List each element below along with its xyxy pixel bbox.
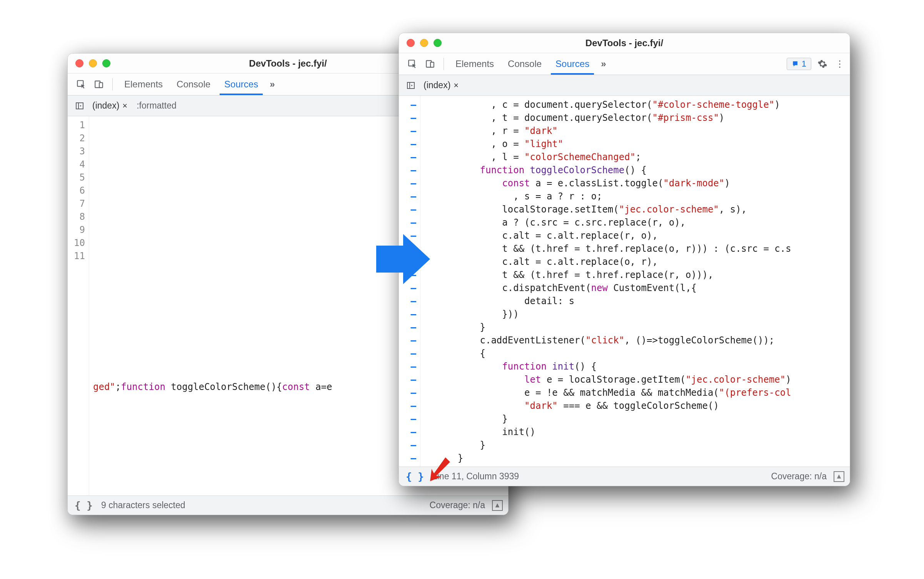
status-bar: { } Line 11, Column 3939 Coverage: n/a ▲	[399, 467, 850, 486]
coverage-status: Coverage: n/a	[430, 500, 485, 510]
show-navigator-icon[interactable]	[404, 79, 417, 92]
svg-marker-9	[430, 457, 450, 481]
code-line[interactable]: c.alt = c.alt.replace(r, o),	[424, 229, 850, 242]
more-tabs-button[interactable]: »	[599, 59, 607, 69]
tab-sources[interactable]: Sources	[220, 74, 263, 95]
kebab-menu-icon[interactable]: ⋮	[834, 57, 847, 70]
code-line[interactable]: , o = "light"	[424, 137, 850, 151]
fold-dash: –	[399, 151, 416, 164]
line-number: 6	[68, 184, 85, 197]
settings-gear-icon[interactable]	[816, 57, 829, 70]
show-drawer-button[interactable]: ▲	[492, 500, 503, 511]
svg-rect-7	[407, 82, 414, 89]
code-line[interactable]: const a = e.classList.toggle("dark-mode"…	[424, 177, 850, 190]
line-number: 4	[68, 158, 85, 171]
fold-dash: –	[399, 321, 416, 334]
more-tabs-button[interactable]: »	[267, 79, 276, 90]
fold-dash: –	[399, 412, 416, 425]
fold-dash: –	[399, 111, 416, 124]
tab-console[interactable]: Console	[503, 53, 546, 75]
tab-console[interactable]: Console	[172, 74, 215, 95]
fold-dash: –	[399, 334, 416, 347]
file-tab-label: (index)	[92, 100, 119, 111]
zoom-window-button[interactable]	[434, 39, 442, 47]
file-tab-index[interactable]: (index) ×	[90, 100, 130, 111]
code-line[interactable]: localStorage.setItem("jec.color-scheme",…	[424, 203, 850, 216]
code-area[interactable]: , c = document.querySelector("#color-sch…	[420, 96, 850, 467]
line-number: 5	[68, 171, 85, 184]
tab-elements[interactable]: Elements	[451, 53, 499, 75]
separator	[112, 78, 113, 90]
svg-rect-6	[430, 62, 434, 67]
code-line[interactable]: e = !e && matchMedia && matchMedia("(pre…	[424, 386, 850, 399]
close-window-button[interactable]	[407, 39, 415, 47]
code-line[interactable]: c.addEventListener("click", ()=>toggleCo…	[424, 334, 850, 347]
code-line[interactable]: , s = a ? r : o;	[424, 190, 850, 203]
fold-dash: –	[399, 177, 416, 190]
file-tab-index[interactable]: (index) ×	[421, 80, 461, 90]
window-title: DevTools - jec.fyi/	[399, 38, 850, 49]
code-line[interactable]: , l = "colorSchemeChanged";	[424, 151, 850, 164]
status-message: 9 characters selected	[101, 500, 185, 510]
line-number: 9	[68, 223, 85, 236]
close-file-tab-icon[interactable]: ×	[122, 101, 127, 111]
code-line[interactable]: let e = localStorage.getItem("jec.color-…	[424, 373, 850, 386]
code-line[interactable]: t && (t.href = t.href.replace(r, o))),	[424, 268, 850, 281]
code-line[interactable]: function toggleColorScheme() {	[424, 164, 850, 177]
line-number-gutter: 1234567891011	[68, 116, 89, 495]
device-toolbar-icon[interactable]	[424, 57, 437, 70]
code-editor[interactable]: –––––––––––––––––––––––––––– , c = docum…	[399, 96, 850, 467]
fold-dash: –	[399, 438, 416, 452]
code-line[interactable]: "dark" === e && toggleColorScheme()	[424, 399, 850, 412]
code-line[interactable]: }	[424, 321, 850, 334]
inspect-element-icon[interactable]	[75, 78, 88, 91]
close-file-tab-icon[interactable]: ×	[454, 80, 459, 90]
fold-dash: –	[399, 137, 416, 151]
tab-sources[interactable]: Sources	[551, 53, 594, 75]
line-number: 8	[68, 210, 85, 223]
show-navigator-icon[interactable]	[73, 99, 86, 112]
minimize-window-button[interactable]	[89, 59, 97, 67]
code-line[interactable]: , r = "dark"	[424, 124, 850, 137]
svg-rect-2	[99, 83, 103, 88]
tab-elements[interactable]: Elements	[120, 74, 167, 95]
code-line[interactable]: , t = document.querySelector("#prism-css…	[424, 111, 850, 124]
code-line[interactable]: , c = document.querySelector("#color-sch…	[424, 98, 850, 111]
code-line[interactable]: }	[424, 412, 850, 425]
line-number: 3	[68, 145, 85, 158]
code-line[interactable]: c.alt = c.alt.replace(o, r),	[424, 255, 850, 268]
code-line[interactable]: {	[424, 347, 850, 360]
show-drawer-button[interactable]: ▲	[834, 471, 844, 482]
issues-badge[interactable]: 1	[787, 58, 811, 70]
line-number: 10	[68, 236, 85, 249]
code-line[interactable]: a ? (c.src = c.src.replace(r, o),	[424, 216, 850, 229]
line-number: 7	[68, 197, 85, 210]
fold-dash: –	[399, 452, 416, 465]
pretty-print-button[interactable]: { }	[404, 471, 425, 482]
inspect-element-icon[interactable]	[406, 57, 419, 70]
code-line[interactable]: }	[424, 452, 850, 465]
line-number: 2	[68, 132, 85, 145]
fold-dash: –	[399, 190, 416, 203]
fold-dash: –	[399, 216, 416, 229]
code-line[interactable]: function init() {	[424, 360, 850, 373]
titlebar: DevTools - jec.fyi/	[399, 33, 850, 53]
code-line[interactable]: detail: s	[424, 295, 850, 308]
zoom-window-button[interactable]	[102, 59, 110, 67]
device-toolbar-icon[interactable]	[92, 78, 105, 91]
minimize-window-button[interactable]	[420, 39, 428, 47]
code-line[interactable]: }))	[424, 308, 850, 321]
close-window-button[interactable]	[75, 59, 83, 67]
fold-dash: –	[399, 373, 416, 386]
code-line[interactable]: t && (t.href = t.href.replace(o, r))) : …	[424, 242, 850, 255]
code-line[interactable]: init()	[424, 425, 850, 438]
fold-dash: –	[399, 164, 416, 177]
status-bar: { } 9 characters selected Coverage: n/a …	[68, 495, 508, 515]
code-line[interactable]: c.dispatchEvent(new CustomEvent(l,{	[424, 281, 850, 295]
fold-dash: –	[399, 386, 416, 399]
fold-dash: –	[399, 360, 416, 373]
code-line[interactable]: }	[424, 438, 850, 452]
pretty-print-button[interactable]: { }	[73, 500, 94, 511]
line-number: 11	[68, 249, 85, 263]
main-toolbar: Elements Console Sources » 1 ⋮	[399, 53, 850, 75]
